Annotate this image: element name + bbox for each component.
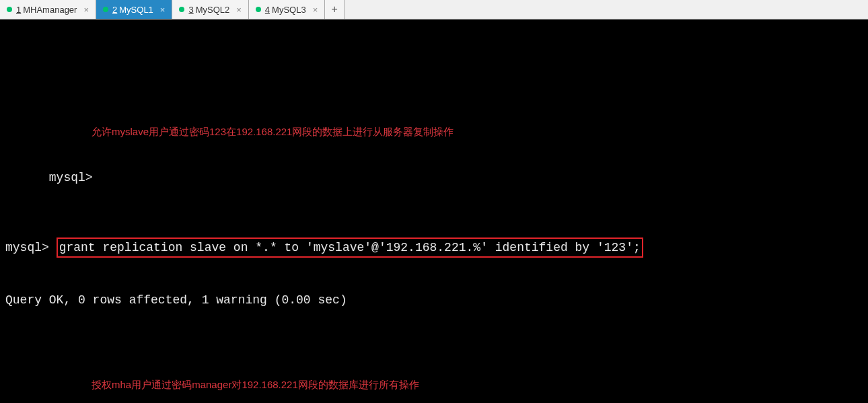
tab-label: MySQL2 xyxy=(196,5,230,15)
status-dot-icon xyxy=(103,7,108,12)
sql-command-1: grant replication slave on *.* to 'mysla… xyxy=(57,237,643,258)
prompt: mysql> xyxy=(5,241,57,254)
tab-bar: 1 MHAmanager × 2 MySQL1 × 3 MySQL2 × 4 M… xyxy=(0,0,868,20)
tab-number: 3 xyxy=(188,5,193,15)
tab-number: 1 xyxy=(16,5,21,15)
annotation-1: 允许myslave用户通过密码123在192.168.221网段的数据上进行从服… xyxy=(92,126,454,137)
tab-mysql3[interactable]: 4 MySQL3 × xyxy=(249,0,325,19)
terminal[interactable]: 允许myslave用户通过密码123在192.168.221网段的数据上进行从服… xyxy=(0,20,868,403)
tab-label: MHAmanager xyxy=(23,5,77,15)
status-dot-icon xyxy=(7,7,12,12)
tab-mysql2[interactable]: 3 MySQL2 × xyxy=(172,0,248,19)
close-icon[interactable]: × xyxy=(160,5,166,15)
close-icon[interactable]: × xyxy=(83,5,89,15)
prompt: mysql> xyxy=(49,171,100,184)
tab-mysql1[interactable]: 2 MySQL1 × xyxy=(96,0,172,19)
tab-number: 4 xyxy=(265,5,270,15)
status-dot-icon xyxy=(256,7,261,12)
tab-label: MySQL1 xyxy=(119,5,153,15)
close-icon[interactable]: × xyxy=(236,5,242,15)
close-icon[interactable]: × xyxy=(313,5,318,15)
query-result: Query OK, 0 rows affected, 1 warning (0.… xyxy=(5,291,863,309)
add-tab-button[interactable]: + xyxy=(325,0,345,19)
tab-number: 2 xyxy=(112,5,117,15)
annotation-2: 授权mha用户通过密码manager对192.168.221网段的数据库进行所有… xyxy=(92,379,419,390)
tab-label: MySQL3 xyxy=(272,5,306,15)
status-dot-icon xyxy=(179,7,184,12)
tab-mhamanager[interactable]: 1 MHAmanager × xyxy=(0,0,96,19)
